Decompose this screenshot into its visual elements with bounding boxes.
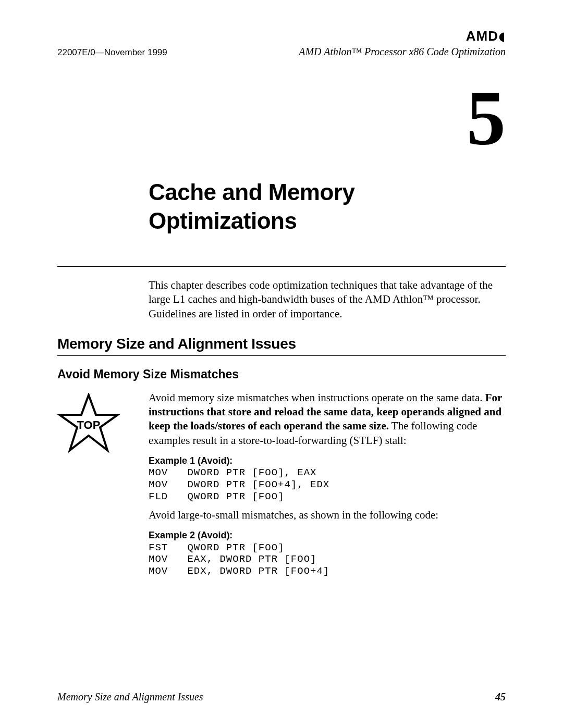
section-heading: Memory Size and Alignment Issues <box>57 336 506 352</box>
top-star-icon: TOP <box>57 393 120 455</box>
code-block: MOV DWORD PTR [FOO], EAX MOV DWORD PTR [… <box>149 467 506 502</box>
chapter-title-line2: Optimizations <box>149 208 297 233</box>
subsection-heading: Avoid Memory Size Mismatches <box>57 367 506 381</box>
margin-icon-col: TOP <box>57 391 138 583</box>
footer: Memory Size and Alignment Issues 45 <box>57 691 506 703</box>
chapter-intro: This chapter describes code optimization… <box>149 278 506 321</box>
example-label: Example 2 (Avoid): <box>149 529 506 541</box>
doc-id: 22007E/0—November 1999 <box>57 47 167 58</box>
amd-logo: AMD <box>466 28 506 44</box>
chapter-number: 5 <box>57 79 506 157</box>
para-text: Avoid memory size mismatches when instru… <box>149 391 485 404</box>
divider <box>57 355 506 356</box>
chapter-title-line1: Cache and Memory <box>149 179 354 205</box>
example-label: Example 1 (Avoid): <box>149 455 506 467</box>
paragraph: Avoid memory size mismatches when instru… <box>149 391 506 448</box>
header-row: 22007E/0—November 1999 AMD Athlon™ Proce… <box>57 46 506 58</box>
divider <box>57 266 506 267</box>
star-label: TOP <box>77 418 101 431</box>
doc-title: AMD Athlon™ Processor x86 Code Optimizat… <box>299 46 506 58</box>
body-text: Avoid memory size mismatches when instru… <box>149 391 506 583</box>
page: AMD 22007E/0—November 1999 AMD Athlon™ P… <box>0 0 563 728</box>
footer-section: Memory Size and Alignment Issues <box>57 691 203 703</box>
chapter-title: Cache and Memory Optimizations <box>149 178 506 235</box>
code-block: FST QWORD PTR [FOO] MOV EAX, DWORD PTR [… <box>149 542 506 577</box>
page-number: 45 <box>495 691 506 703</box>
paragraph: Avoid large-to-small mismatches, as show… <box>149 508 506 522</box>
body-row: TOP Avoid memory size mismatches when in… <box>57 391 506 583</box>
